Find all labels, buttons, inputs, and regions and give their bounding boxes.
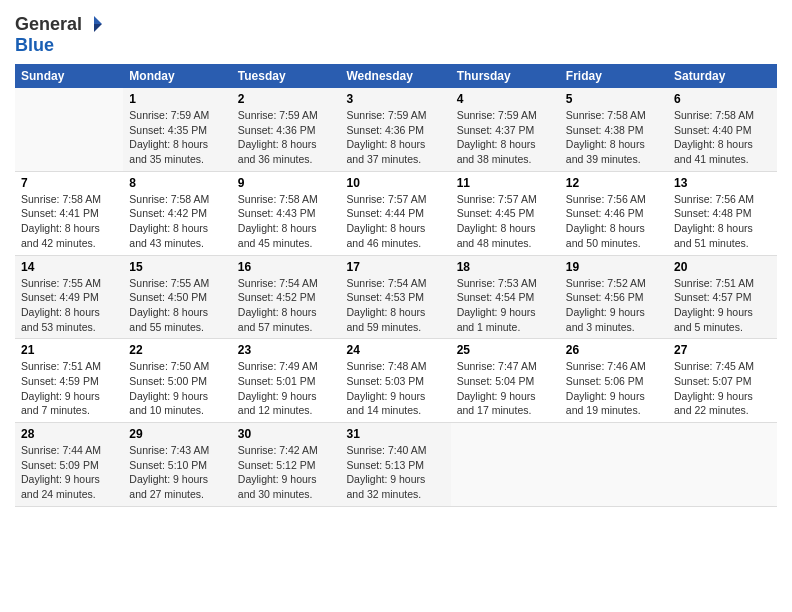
sunset: Sunset: 4:50 PM <box>129 291 207 303</box>
calendar-cell: 13 Sunrise: 7:56 AM Sunset: 4:48 PM Dayl… <box>668 171 777 255</box>
daylight: Daylight: 8 hours and 46 minutes. <box>346 222 425 249</box>
sunset: Sunset: 5:00 PM <box>129 375 207 387</box>
day-info: Sunrise: 7:59 AM Sunset: 4:37 PM Dayligh… <box>457 108 554 167</box>
day-info: Sunrise: 7:47 AM Sunset: 5:04 PM Dayligh… <box>457 359 554 418</box>
sunset: Sunset: 4:57 PM <box>674 291 752 303</box>
day-info: Sunrise: 7:58 AM Sunset: 4:42 PM Dayligh… <box>129 192 225 251</box>
day-info: Sunrise: 7:58 AM Sunset: 4:40 PM Dayligh… <box>674 108 771 167</box>
sunrise: Sunrise: 7:54 AM <box>346 277 426 289</box>
sunrise: Sunrise: 7:58 AM <box>566 109 646 121</box>
logo: General Blue <box>15 14 104 56</box>
sunrise: Sunrise: 7:55 AM <box>129 277 209 289</box>
day-number: 8 <box>129 176 225 190</box>
sunrise: Sunrise: 7:58 AM <box>238 193 318 205</box>
sunset: Sunset: 4:36 PM <box>346 124 424 136</box>
calendar-table: SundayMondayTuesdayWednesdayThursdayFrid… <box>15 64 777 507</box>
weekday-header-saturday: Saturday <box>668 64 777 88</box>
weekday-header-thursday: Thursday <box>451 64 560 88</box>
sunset: Sunset: 5:13 PM <box>346 459 424 471</box>
calendar-cell: 11 Sunrise: 7:57 AM Sunset: 4:45 PM Dayl… <box>451 171 560 255</box>
calendar-cell: 15 Sunrise: 7:55 AM Sunset: 4:50 PM Dayl… <box>123 255 231 339</box>
day-number: 10 <box>346 176 444 190</box>
logo-icon <box>84 14 104 34</box>
day-info: Sunrise: 7:59 AM Sunset: 4:35 PM Dayligh… <box>129 108 225 167</box>
day-number: 14 <box>21 260 117 274</box>
sunset: Sunset: 4:49 PM <box>21 291 99 303</box>
daylight: Daylight: 8 hours and 50 minutes. <box>566 222 645 249</box>
day-number: 5 <box>566 92 662 106</box>
day-info: Sunrise: 7:43 AM Sunset: 5:10 PM Dayligh… <box>129 443 225 502</box>
sunset: Sunset: 4:43 PM <box>238 207 316 219</box>
weekday-header-sunday: Sunday <box>15 64 123 88</box>
sunrise: Sunrise: 7:49 AM <box>238 360 318 372</box>
daylight: Daylight: 9 hours and 12 minutes. <box>238 390 317 417</box>
calendar-cell: 27 Sunrise: 7:45 AM Sunset: 5:07 PM Dayl… <box>668 339 777 423</box>
day-info: Sunrise: 7:49 AM Sunset: 5:01 PM Dayligh… <box>238 359 335 418</box>
day-info: Sunrise: 7:54 AM Sunset: 4:52 PM Dayligh… <box>238 276 335 335</box>
header: General Blue <box>15 10 777 56</box>
daylight: Daylight: 8 hours and 38 minutes. <box>457 138 536 165</box>
day-info: Sunrise: 7:44 AM Sunset: 5:09 PM Dayligh… <box>21 443 117 502</box>
calendar-cell: 25 Sunrise: 7:47 AM Sunset: 5:04 PM Dayl… <box>451 339 560 423</box>
weekday-header-monday: Monday <box>123 64 231 88</box>
sunrise: Sunrise: 7:54 AM <box>238 277 318 289</box>
sunrise: Sunrise: 7:48 AM <box>346 360 426 372</box>
week-row-5: 28 Sunrise: 7:44 AM Sunset: 5:09 PM Dayl… <box>15 423 777 507</box>
day-number: 19 <box>566 260 662 274</box>
sunrise: Sunrise: 7:51 AM <box>21 360 101 372</box>
sunset: Sunset: 4:48 PM <box>674 207 752 219</box>
sunrise: Sunrise: 7:43 AM <box>129 444 209 456</box>
daylight: Daylight: 8 hours and 42 minutes. <box>21 222 100 249</box>
calendar-cell: 26 Sunrise: 7:46 AM Sunset: 5:06 PM Dayl… <box>560 339 668 423</box>
sunrise: Sunrise: 7:57 AM <box>346 193 426 205</box>
svg-marker-0 <box>94 16 102 24</box>
sunset: Sunset: 4:46 PM <box>566 207 644 219</box>
sunrise: Sunrise: 7:42 AM <box>238 444 318 456</box>
daylight: Daylight: 9 hours and 1 minute. <box>457 306 536 333</box>
day-number: 25 <box>457 343 554 357</box>
daylight: Daylight: 8 hours and 41 minutes. <box>674 138 753 165</box>
calendar-cell: 19 Sunrise: 7:52 AM Sunset: 4:56 PM Dayl… <box>560 255 668 339</box>
daylight: Daylight: 9 hours and 14 minutes. <box>346 390 425 417</box>
sunset: Sunset: 4:41 PM <box>21 207 99 219</box>
sunrise: Sunrise: 7:53 AM <box>457 277 537 289</box>
calendar-cell: 24 Sunrise: 7:48 AM Sunset: 5:03 PM Dayl… <box>340 339 450 423</box>
sunrise: Sunrise: 7:58 AM <box>674 109 754 121</box>
day-number: 30 <box>238 427 335 441</box>
sunset: Sunset: 5:06 PM <box>566 375 644 387</box>
sunset: Sunset: 4:40 PM <box>674 124 752 136</box>
calendar-cell: 10 Sunrise: 7:57 AM Sunset: 4:44 PM Dayl… <box>340 171 450 255</box>
day-info: Sunrise: 7:46 AM Sunset: 5:06 PM Dayligh… <box>566 359 662 418</box>
daylight: Daylight: 8 hours and 53 minutes. <box>21 306 100 333</box>
day-info: Sunrise: 7:51 AM Sunset: 4:59 PM Dayligh… <box>21 359 117 418</box>
day-number: 12 <box>566 176 662 190</box>
calendar-cell: 9 Sunrise: 7:58 AM Sunset: 4:43 PM Dayli… <box>232 171 341 255</box>
week-row-4: 21 Sunrise: 7:51 AM Sunset: 4:59 PM Dayl… <box>15 339 777 423</box>
calendar-cell: 4 Sunrise: 7:59 AM Sunset: 4:37 PM Dayli… <box>451 88 560 171</box>
sunset: Sunset: 4:53 PM <box>346 291 424 303</box>
day-number: 23 <box>238 343 335 357</box>
calendar-cell <box>451 423 560 507</box>
day-number: 31 <box>346 427 444 441</box>
daylight: Daylight: 9 hours and 17 minutes. <box>457 390 536 417</box>
sunset: Sunset: 4:54 PM <box>457 291 535 303</box>
sunrise: Sunrise: 7:57 AM <box>457 193 537 205</box>
daylight: Daylight: 8 hours and 57 minutes. <box>238 306 317 333</box>
daylight: Daylight: 9 hours and 32 minutes. <box>346 473 425 500</box>
day-info: Sunrise: 7:48 AM Sunset: 5:03 PM Dayligh… <box>346 359 444 418</box>
day-number: 26 <box>566 343 662 357</box>
day-number: 3 <box>346 92 444 106</box>
calendar-cell: 16 Sunrise: 7:54 AM Sunset: 4:52 PM Dayl… <box>232 255 341 339</box>
calendar-cell: 23 Sunrise: 7:49 AM Sunset: 5:01 PM Dayl… <box>232 339 341 423</box>
day-info: Sunrise: 7:42 AM Sunset: 5:12 PM Dayligh… <box>238 443 335 502</box>
day-info: Sunrise: 7:57 AM Sunset: 4:45 PM Dayligh… <box>457 192 554 251</box>
week-row-1: 1 Sunrise: 7:59 AM Sunset: 4:35 PM Dayli… <box>15 88 777 171</box>
day-info: Sunrise: 7:51 AM Sunset: 4:57 PM Dayligh… <box>674 276 771 335</box>
calendar-cell: 6 Sunrise: 7:58 AM Sunset: 4:40 PM Dayli… <box>668 88 777 171</box>
day-number: 18 <box>457 260 554 274</box>
calendar-cell: 17 Sunrise: 7:54 AM Sunset: 4:53 PM Dayl… <box>340 255 450 339</box>
day-info: Sunrise: 7:56 AM Sunset: 4:46 PM Dayligh… <box>566 192 662 251</box>
daylight: Daylight: 9 hours and 3 minutes. <box>566 306 645 333</box>
calendar-cell: 29 Sunrise: 7:43 AM Sunset: 5:10 PM Dayl… <box>123 423 231 507</box>
daylight: Daylight: 9 hours and 24 minutes. <box>21 473 100 500</box>
